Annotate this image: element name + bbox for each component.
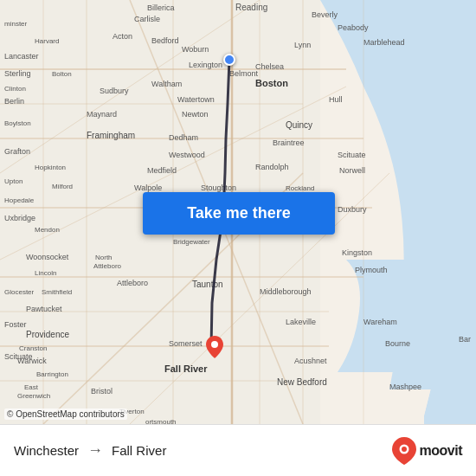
svg-text:Lincoln: Lincoln: [35, 269, 56, 277]
svg-text:Bourne: Bourne: [385, 339, 410, 348]
svg-text:Milford: Milford: [52, 183, 73, 190]
svg-text:New Bedford: New Bedford: [277, 377, 327, 387]
svg-text:Rockland: Rockland: [286, 184, 314, 192]
svg-text:Framingham: Framingham: [87, 131, 135, 140]
svg-text:Norwell: Norwell: [339, 166, 365, 175]
svg-text:Bristol: Bristol: [91, 387, 113, 396]
svg-text:Lexington: Lexington: [189, 61, 222, 69]
svg-text:Providence: Providence: [26, 330, 69, 339]
svg-text:Stoughton: Stoughton: [201, 183, 236, 192]
svg-text:Somerset: Somerset: [169, 339, 203, 348]
route-from: Winchester: [14, 443, 79, 458]
svg-text:Sterling: Sterling: [4, 69, 31, 78]
svg-text:East: East: [24, 383, 39, 391]
svg-text:Mashpee: Mashpee: [389, 383, 421, 391]
svg-text:Middleborough: Middleborough: [260, 287, 312, 296]
svg-text:Westwood: Westwood: [169, 151, 205, 159]
map-area: Reading Boston Chelsea Belmont minster H…: [0, 0, 476, 424]
svg-text:Boylston: Boylston: [4, 119, 31, 127]
svg-text:Medfield: Medfield: [147, 166, 177, 175]
svg-text:Upton: Upton: [4, 177, 23, 185]
svg-text:Mendon: Mendon: [35, 226, 60, 234]
svg-text:Cranston: Cranston: [19, 344, 47, 352]
svg-text:Greenwich: Greenwich: [17, 392, 50, 400]
svg-text:Lynn: Lynn: [294, 41, 311, 49]
svg-text:Boston: Boston: [255, 78, 288, 88]
svg-text:Kingston: Kingston: [342, 248, 372, 257]
moovit-brand-text: moovit: [420, 443, 462, 459]
svg-text:Bridgewater: Bridgewater: [173, 238, 210, 246]
svg-text:Grafton: Grafton: [4, 147, 30, 156]
svg-text:Wareham: Wareham: [363, 318, 397, 326]
map-attribution: © OpenStreetMap contributors: [4, 408, 127, 420]
svg-text:Randolph: Randolph: [255, 163, 289, 171]
svg-text:Beverly: Beverly: [312, 10, 338, 19]
svg-text:Acton: Acton: [113, 32, 132, 41]
svg-text:Bar: Bar: [459, 335, 471, 344]
svg-text:Dedham: Dedham: [169, 133, 198, 142]
origin-marker: [223, 54, 235, 66]
route-to: Fall River: [112, 443, 166, 458]
svg-text:Plymouth: Plymouth: [355, 266, 388, 274]
svg-point-107: [211, 341, 218, 348]
svg-text:Attleboro: Attleboro: [93, 262, 122, 270]
svg-text:Quincy: Quincy: [286, 120, 312, 130]
svg-text:Braintree: Braintree: [273, 138, 305, 147]
svg-text:Watertown: Watertown: [177, 95, 215, 104]
destination-marker: [206, 336, 223, 358]
svg-text:Carlisle: Carlisle: [134, 15, 160, 23]
svg-text:Pawtucket: Pawtucket: [26, 305, 62, 313]
svg-text:Taunton: Taunton: [192, 280, 223, 289]
svg-text:Duxbury: Duxbury: [338, 205, 367, 214]
svg-text:Marblehead: Marblehead: [363, 38, 405, 47]
svg-text:Maynard: Maynard: [87, 110, 117, 119]
svg-text:Berlin: Berlin: [4, 97, 24, 106]
svg-text:Fall River: Fall River: [164, 363, 208, 374]
svg-point-109: [402, 447, 407, 452]
moovit-pin-icon: [392, 437, 416, 465]
svg-text:Chelsea: Chelsea: [255, 62, 284, 71]
svg-text:Lakeville: Lakeville: [286, 318, 316, 326]
take-me-there-button[interactable]: Take me there: [143, 192, 335, 235]
svg-text:Hull: Hull: [329, 95, 343, 104]
svg-text:Attleboro: Attleboro: [117, 279, 148, 287]
svg-text:Sudbury: Sudbury: [100, 87, 129, 95]
svg-text:Bolton: Bolton: [52, 70, 72, 78]
svg-text:Harvard: Harvard: [35, 37, 59, 45]
svg-text:Reading: Reading: [235, 3, 267, 12]
svg-text:Uxbridge: Uxbridge: [4, 214, 35, 222]
svg-text:Hopedale: Hopedale: [4, 196, 35, 204]
route-arrow-icon: →: [87, 441, 103, 460]
svg-text:minster: minster: [4, 20, 28, 28]
app-container: Reading Boston Chelsea Belmont minster H…: [0, 0, 476, 476]
svg-text:ortsmouth: ortsmouth: [145, 418, 177, 424]
svg-text:Hopkinton: Hopkinton: [35, 164, 66, 171]
svg-text:Clinton: Clinton: [4, 85, 26, 93]
svg-text:Bedford: Bedford: [151, 36, 179, 45]
svg-text:Scituate: Scituate: [338, 151, 366, 159]
svg-text:Woburn: Woburn: [182, 45, 209, 54]
svg-text:Acushnet: Acushnet: [294, 357, 327, 365]
route-info: Winchester → Fall River: [14, 441, 166, 460]
svg-text:Belmont: Belmont: [229, 69, 259, 78]
svg-text:Smithfield: Smithfield: [42, 288, 72, 296]
svg-text:Glocester: Glocester: [4, 288, 35, 296]
moovit-logo: moovit: [392, 437, 462, 465]
svg-text:Waltham: Waltham: [151, 80, 182, 88]
svg-text:Lancaster: Lancaster: [4, 52, 39, 61]
svg-text:North: North: [95, 254, 113, 261]
svg-text:Foster: Foster: [4, 320, 27, 329]
svg-text:Walpole: Walpole: [134, 183, 162, 192]
svg-text:Barrington: Barrington: [36, 370, 68, 378]
svg-text:Warwick: Warwick: [17, 357, 47, 365]
bottom-bar: Winchester → Fall River moovit: [0, 424, 476, 476]
svg-text:Billerica: Billerica: [147, 3, 175, 12]
svg-text:Newton: Newton: [182, 110, 209, 119]
svg-text:Woonsocket: Woonsocket: [26, 253, 69, 261]
svg-text:Peabody: Peabody: [338, 23, 369, 32]
